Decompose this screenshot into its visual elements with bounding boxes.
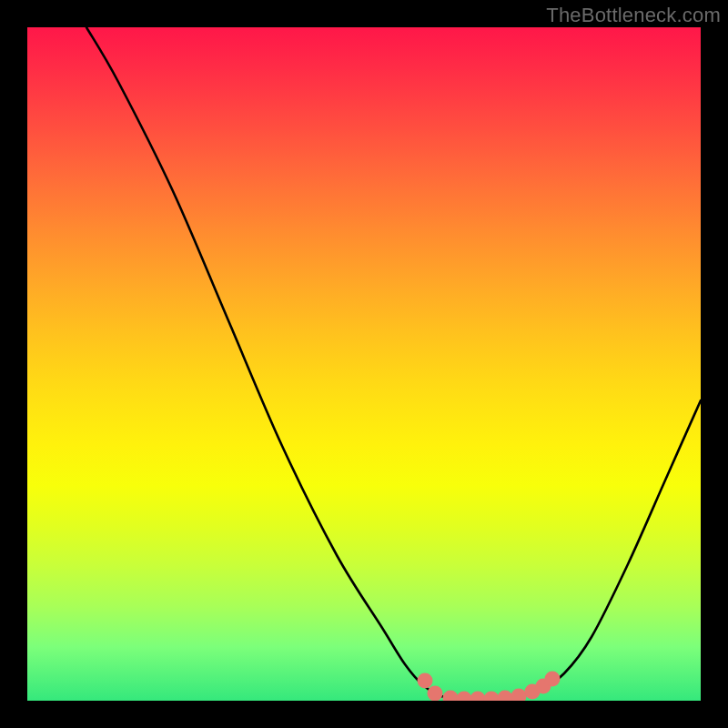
highlight-dot-group [418, 672, 561, 702]
highlight-dot [428, 686, 443, 702]
highlight-dot [443, 691, 459, 702]
highlight-dot [498, 691, 513, 702]
highlight-dot [470, 692, 486, 702]
chart-svg [27, 27, 701, 701]
highlight-dot [484, 692, 500, 702]
highlight-dot [457, 692, 472, 702]
watermark-text: TheBottleneck.com [546, 4, 721, 27]
highlight-dot [418, 673, 433, 689]
highlight-dot [545, 672, 561, 687]
chart-frame [27, 27, 701, 701]
highlight-dot [511, 689, 527, 702]
bottleneck-curve [86, 27, 701, 699]
